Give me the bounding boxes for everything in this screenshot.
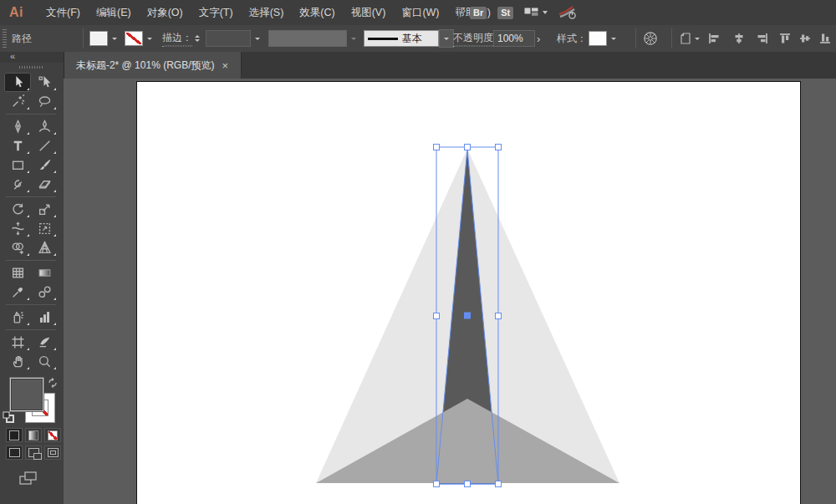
menu-object[interactable]: 对象(O) (147, 6, 183, 20)
tool-rectangle[interactable] (4, 155, 31, 175)
recolor-artwork-icon (643, 31, 658, 46)
brush-dropdown-button[interactable] (439, 29, 454, 48)
tool-eraser[interactable] (31, 175, 58, 194)
tool-direct-selection[interactable] (31, 73, 58, 92)
tool-magic-wand[interactable] (4, 92, 31, 111)
close-tab-icon[interactable]: × (222, 60, 228, 71)
tool-shape-builder[interactable] (4, 238, 31, 257)
tool-shaper[interactable] (4, 175, 31, 194)
tool-symbol-sprayer[interactable] (4, 308, 31, 327)
brush-definition-select[interactable]: 基本 (364, 29, 454, 48)
brush-stroke-preview (368, 38, 398, 40)
tool-selection[interactable] (4, 73, 31, 92)
align-center-v-button[interactable] (798, 32, 812, 45)
context-label: 路径 (12, 32, 32, 46)
stroke-weight-value[interactable] (206, 30, 251, 47)
menu-file[interactable]: 文件(F) (46, 6, 80, 20)
draw-normal-button[interactable] (6, 445, 23, 460)
chevron-down-icon (112, 38, 117, 40)
align-right-button[interactable] (756, 32, 769, 45)
tool-slice[interactable] (31, 333, 58, 352)
tool-eyedropper[interactable] (4, 283, 31, 302)
style-label: 样式： (557, 32, 587, 46)
tools-panel: « (0, 52, 64, 504)
recolor-artwork-button[interactable] (643, 31, 658, 46)
align-center-h-button[interactable] (732, 32, 746, 45)
collapse-panel-icon[interactable]: « (10, 51, 15, 61)
menu-type[interactable]: 文字(T) (199, 6, 233, 20)
opacity-value-field[interactable]: 100% (493, 30, 535, 47)
workspace-layout-icon (524, 8, 538, 18)
panel-grip[interactable] (3, 29, 7, 48)
tool-blend[interactable] (31, 283, 58, 302)
tools-panel-header[interactable]: « (0, 52, 64, 63)
color-button[interactable] (6, 428, 23, 442)
gradient-button[interactable] (25, 428, 42, 442)
none-button[interactable] (44, 428, 61, 442)
tool-scale[interactable] (31, 200, 58, 219)
artboard[interactable] (136, 81, 801, 504)
fill-color-swatch[interactable] (89, 31, 108, 46)
menu-edit[interactable]: 编辑(E) (96, 6, 131, 20)
chevron-down-icon (611, 38, 616, 40)
sync-status-icon[interactable] (558, 6, 577, 20)
swap-fill-stroke-icon[interactable] (47, 377, 59, 389)
tool-line-segment[interactable] (31, 136, 58, 155)
stroke-color-control[interactable] (125, 31, 155, 46)
fill-color-control[interactable] (89, 31, 120, 46)
workspace-switcher[interactable] (524, 8, 548, 18)
tool-width[interactable] (4, 219, 31, 238)
tool-paintbrush[interactable] (31, 155, 58, 175)
default-fill-stroke-icon[interactable] (3, 411, 14, 423)
stroke-panel-link[interactable]: 描边： (162, 31, 192, 47)
tool-separator (4, 302, 58, 308)
tool-free-transform[interactable] (31, 219, 58, 238)
chevron-down-icon (695, 38, 700, 40)
stroke-none-swatch[interactable] (125, 31, 143, 46)
tool-gradient[interactable] (31, 263, 58, 283)
menu-divider (458, 6, 459, 19)
graphic-style-select[interactable] (589, 31, 619, 46)
tool-curvature[interactable] (31, 117, 58, 136)
tool-lasso[interactable] (31, 92, 58, 111)
draw-inside-button[interactable] (44, 445, 61, 460)
bridge-button[interactable]: Br (470, 7, 487, 19)
tool-rotate[interactable] (4, 200, 31, 219)
document-tab-bar: 未标题-2* @ 101% (RGB/预览) × (64, 52, 836, 79)
tool-column-graph[interactable] (31, 308, 58, 327)
tool-perspective-grid[interactable] (31, 238, 58, 257)
document-tab[interactable]: 未标题-2* @ 101% (RGB/预览) × (64, 52, 242, 79)
align-top-button[interactable] (778, 32, 792, 45)
stroke-weight-stepper[interactable] (191, 31, 202, 46)
canvas-area[interactable] (64, 79, 836, 504)
fill-proxy-swatch[interactable] (10, 378, 43, 411)
menu-view[interactable]: 视图(V) (351, 6, 386, 20)
chevron-up-icon (195, 35, 200, 38)
menu-window[interactable]: 窗口(W) (401, 6, 439, 20)
tool-pen[interactable] (4, 117, 31, 136)
tools-panel-grip[interactable] (19, 66, 44, 69)
tool-separator (4, 111, 58, 117)
menu-select[interactable]: 选择(S) (249, 6, 284, 20)
align-left-button[interactable] (707, 32, 721, 45)
stock-button[interactable]: St (497, 7, 513, 19)
tool-zoom[interactable] (31, 352, 58, 371)
graphic-style-swatch[interactable] (589, 31, 607, 46)
draw-behind-button[interactable] (25, 445, 42, 460)
screen-mode-button[interactable] (18, 470, 38, 486)
menu-items: 文件(F) 编辑(E) 对象(O) 文字(T) 选择(S) 效果(C) 视图(V… (46, 6, 491, 20)
tool-hand[interactable] (4, 352, 31, 371)
menu-effect[interactable]: 效果(C) (299, 6, 334, 20)
tool-mesh[interactable] (4, 263, 31, 283)
divider (635, 28, 636, 48)
align-bottom-button[interactable] (818, 32, 832, 45)
document-options-icon (679, 32, 692, 45)
stroke-weight-select[interactable] (206, 30, 263, 47)
opacity-next-button[interactable]: › (537, 33, 540, 45)
tool-artboard[interactable] (4, 333, 31, 352)
tool-separator (4, 257, 58, 263)
brush-definition-value: 基本 (402, 32, 422, 46)
document-options-button[interactable] (679, 32, 700, 45)
tool-separator (4, 194, 58, 200)
tool-type[interactable] (4, 136, 31, 155)
